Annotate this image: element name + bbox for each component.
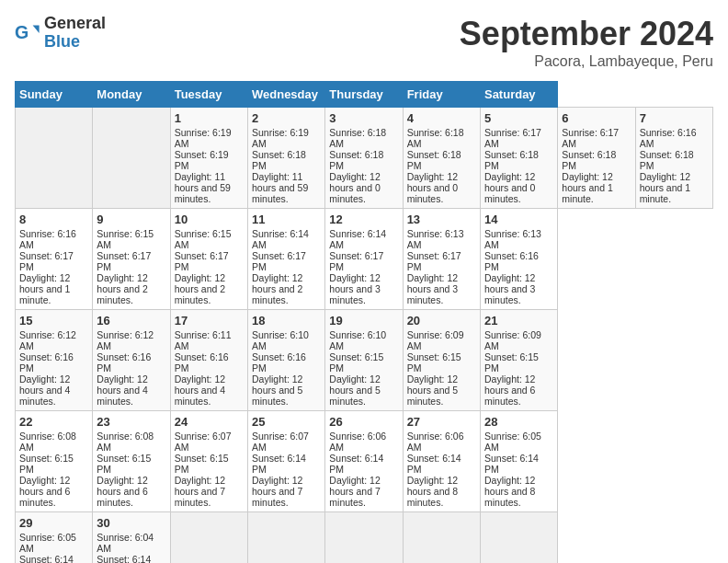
day-number: 6: [562, 111, 631, 125]
svg-text:G: G: [15, 21, 28, 41]
sunset-text: Sunset: 6:18 PM: [329, 149, 383, 171]
day-number: 10: [175, 213, 244, 226]
calendar-cell: 23Sunrise: 6:08 AMSunset: 6:15 PMDayligh…: [93, 411, 170, 512]
calendar-week-row: 15Sunrise: 6:12 AMSunset: 6:16 PMDayligh…: [16, 310, 713, 411]
calendar-week-row: 22Sunrise: 6:08 AMSunset: 6:15 PMDayligh…: [16, 411, 713, 512]
calendar-cell: 2Sunrise: 6:19 AMSunset: 6:18 PMDaylight…: [247, 108, 324, 209]
sunrise-text: Sunrise: 6:12 AM: [19, 329, 76, 351]
day-number: 1: [175, 111, 244, 125]
calendar-cell: 12Sunrise: 6:14 AMSunset: 6:17 PMDayligh…: [325, 209, 403, 310]
sunset-text: Sunset: 6:17 PM: [329, 250, 383, 272]
sunset-text: Sunset: 6:17 PM: [407, 250, 461, 272]
daylight-text: Daylight: 12 hours and 7 minutes.: [252, 475, 302, 508]
sunrise-text: Sunrise: 6:16 AM: [19, 228, 76, 250]
sunset-text: Sunset: 6:14 PM: [252, 453, 306, 475]
sunset-text: Sunset: 6:14 PM: [407, 453, 461, 475]
header-thursday: Thursday: [325, 82, 403, 108]
sunrise-text: Sunrise: 6:06 AM: [329, 431, 386, 453]
day-number: 8: [19, 213, 88, 226]
daylight-text: Daylight: 11 hours and 59 minutes.: [252, 171, 308, 204]
daylight-text: Daylight: 12 hours and 2 minutes.: [252, 272, 302, 305]
calendar-cell: 27Sunrise: 6:06 AMSunset: 6:14 PMDayligh…: [403, 411, 480, 512]
daylight-text: Daylight: 12 hours and 2 minutes.: [175, 272, 225, 305]
day-number: 21: [484, 314, 553, 327]
day-number: 29: [19, 516, 88, 530]
calendar-cell: 7Sunrise: 6:16 AMSunset: 6:18 PMDaylight…: [635, 108, 712, 209]
day-number: 26: [329, 415, 398, 429]
calendar-cell: 14Sunrise: 6:13 AMSunset: 6:16 PMDayligh…: [480, 209, 557, 310]
sunset-text: Sunset: 6:16 PM: [175, 351, 229, 373]
calendar-cell: 18Sunrise: 6:10 AMSunset: 6:16 PMDayligh…: [247, 310, 324, 411]
calendar-cell: 28Sunrise: 6:05 AMSunset: 6:14 PMDayligh…: [480, 411, 557, 512]
day-number: 16: [97, 314, 165, 327]
calendar-cell: [480, 512, 557, 564]
sunset-text: Sunset: 6:17 PM: [252, 250, 306, 272]
calendar-week-row: 1Sunrise: 6:19 AMSunset: 6:19 PMDaylight…: [16, 108, 713, 209]
day-number: 2: [252, 111, 321, 125]
sunrise-text: Sunrise: 6:05 AM: [484, 431, 541, 453]
sunset-text: Sunset: 6:15 PM: [329, 351, 383, 373]
sunrise-text: Sunrise: 6:08 AM: [97, 431, 154, 453]
sunrise-text: Sunrise: 6:18 AM: [407, 127, 464, 149]
header-tuesday: Tuesday: [170, 82, 247, 108]
calendar-cell: [403, 512, 480, 564]
calendar-cell: 16Sunrise: 6:12 AMSunset: 6:16 PMDayligh…: [93, 310, 170, 411]
calendar-cell: 10Sunrise: 6:15 AMSunset: 6:17 PMDayligh…: [170, 209, 247, 310]
sunset-text: Sunset: 6:15 PM: [19, 453, 74, 475]
sunset-text: Sunset: 6:15 PM: [484, 351, 539, 373]
sunrise-text: Sunrise: 6:10 AM: [329, 329, 386, 351]
day-number: 20: [407, 314, 476, 327]
svg-marker-1: [33, 25, 40, 32]
sunset-text: Sunset: 6:14 PM: [97, 554, 151, 563]
sunrise-text: Sunrise: 6:07 AM: [175, 431, 232, 453]
calendar-cell: 11Sunrise: 6:14 AMSunset: 6:17 PMDayligh…: [247, 209, 324, 310]
calendar-cell: 4Sunrise: 6:18 AMSunset: 6:18 PMDaylight…: [403, 108, 480, 209]
calendar-cell: 20Sunrise: 6:09 AMSunset: 6:15 PMDayligh…: [403, 310, 480, 411]
sunrise-text: Sunrise: 6:13 AM: [407, 228, 464, 250]
sunset-text: Sunset: 6:16 PM: [484, 250, 539, 272]
daylight-text: Daylight: 12 hours and 0 minutes.: [329, 171, 380, 204]
sunset-text: Sunset: 6:15 PM: [97, 453, 151, 475]
calendar-cell: [170, 512, 247, 564]
sunset-text: Sunset: 6:19 PM: [175, 149, 229, 171]
calendar-cell: 1Sunrise: 6:19 AMSunset: 6:19 PMDaylight…: [170, 108, 247, 209]
daylight-text: Daylight: 12 hours and 7 minutes.: [329, 475, 380, 508]
day-number: 9: [97, 213, 165, 226]
location-title: Pacora, Lambayeque, Peru: [460, 53, 713, 70]
calendar-cell: [325, 512, 403, 564]
sunrise-text: Sunrise: 6:14 AM: [329, 228, 386, 250]
header-wednesday: Wednesday: [247, 82, 324, 108]
day-number: 7: [640, 111, 709, 125]
calendar-cell: 26Sunrise: 6:06 AMSunset: 6:14 PMDayligh…: [325, 411, 403, 512]
calendar-cell: 19Sunrise: 6:10 AMSunset: 6:15 PMDayligh…: [325, 310, 403, 411]
sunset-text: Sunset: 6:15 PM: [175, 453, 229, 475]
sunset-text: Sunset: 6:18 PM: [407, 149, 461, 171]
sunrise-text: Sunrise: 6:07 AM: [252, 431, 309, 453]
day-number: 5: [484, 111, 553, 125]
day-number: 23: [97, 415, 165, 429]
sunrise-text: Sunrise: 6:16 AM: [640, 127, 697, 149]
sunrise-text: Sunrise: 6:04 AM: [97, 532, 154, 554]
page-header: G General Blue September 2024 Pacora, La…: [15, 15, 713, 70]
sunset-text: Sunset: 6:18 PM: [640, 149, 694, 171]
logo-general-text: General: [44, 15, 106, 33]
daylight-text: Daylight: 12 hours and 8 minutes.: [484, 475, 535, 508]
day-number: 17: [175, 314, 244, 327]
daylight-text: Daylight: 12 hours and 1 minute.: [640, 171, 690, 204]
daylight-text: Daylight: 12 hours and 4 minutes.: [19, 373, 70, 407]
logo-icon: G: [15, 20, 40, 46]
header-friday: Friday: [403, 82, 480, 108]
sunset-text: Sunset: 6:18 PM: [252, 149, 306, 171]
sunset-text: Sunset: 6:14 PM: [329, 453, 383, 475]
daylight-text: Daylight: 12 hours and 3 minutes.: [407, 272, 458, 305]
day-number: 24: [175, 415, 244, 429]
sunrise-text: Sunrise: 6:15 AM: [175, 228, 232, 250]
sunrise-text: Sunrise: 6:18 AM: [329, 127, 386, 149]
calendar-cell: 15Sunrise: 6:12 AMSunset: 6:16 PMDayligh…: [16, 310, 93, 411]
month-title: September 2024: [460, 15, 713, 53]
calendar-cell: 30Sunrise: 6:04 AMSunset: 6:14 PMDayligh…: [93, 512, 170, 564]
calendar-cell: 13Sunrise: 6:13 AMSunset: 6:17 PMDayligh…: [403, 209, 480, 310]
daylight-text: Daylight: 12 hours and 4 minutes.: [97, 373, 147, 407]
sunrise-text: Sunrise: 6:19 AM: [252, 127, 309, 149]
day-number: 27: [407, 415, 476, 429]
